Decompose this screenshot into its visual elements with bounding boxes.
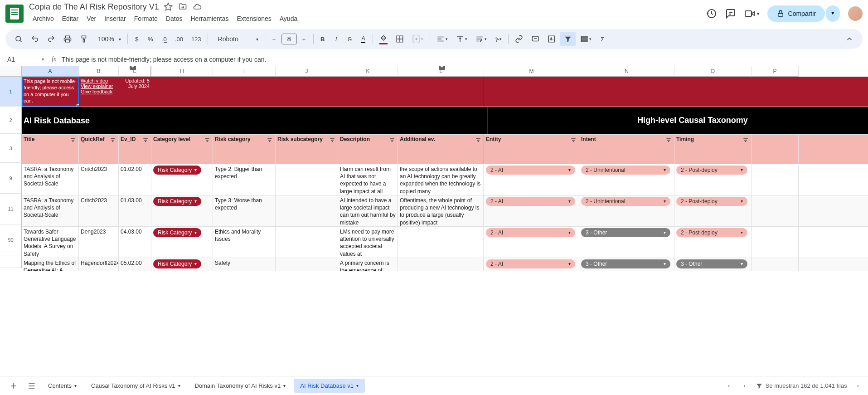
column-header-I[interactable]: I: [213, 66, 276, 77]
font-select[interactable]: Roboto▾: [211, 32, 262, 46]
value-chip[interactable]: 3 - Other: [676, 259, 747, 268]
value-chip[interactable]: 2 - AI: [486, 197, 575, 206]
table-cell[interactable]: TASRA: a Taxonomy and Analysis of Societ…: [22, 164, 79, 195]
name-box-dropdown[interactable]: ▾: [42, 57, 44, 62]
value-chip[interactable]: 2 - AI: [486, 228, 575, 237]
number-format[interactable]: 123: [188, 32, 205, 46]
add-sheet-icon[interactable]: [5, 378, 22, 394]
table-cell[interactable]: Hagendorff2024: [79, 258, 119, 271]
table-cell[interactable]: 04.03.00: [119, 227, 151, 258]
table-header[interactable]: Risk category: [213, 135, 276, 164]
column-filter-icon[interactable]: [267, 137, 273, 143]
value-chip[interactable]: 2 - Post-deploy: [676, 166, 747, 175]
column-filter-icon[interactable]: [70, 137, 76, 143]
table-cell[interactable]: 3 - Other: [674, 258, 752, 271]
row-header[interactable]: 1: [0, 77, 22, 107]
table-header[interactable]: Description: [338, 135, 398, 164]
menu-archivo[interactable]: Archivo: [29, 13, 58, 24]
table-cell[interactable]: 2 - Post-deploy: [674, 227, 752, 258]
value-chip[interactable]: 2 - Unintentional: [581, 197, 670, 206]
cloud-status-icon[interactable]: [193, 2, 202, 11]
row-header[interactable]: 9: [0, 163, 22, 194]
document-title[interactable]: Copia de The AI Risk Repository V1: [29, 2, 159, 12]
increase-decimal-icon[interactable]: .00: [171, 32, 187, 46]
filter-views-icon[interactable]: ▾: [577, 32, 595, 46]
decrease-decimal-icon[interactable]: .0̲: [158, 32, 170, 46]
search-icon[interactable]: [11, 32, 26, 46]
taxonomy-title[interactable]: High-level Causal Taxonomy: [583, 107, 802, 134]
table-cell[interactable]: 2 - Post-deploy: [674, 195, 752, 226]
italic-icon[interactable]: I: [330, 32, 343, 46]
filter-icon[interactable]: [560, 32, 576, 46]
table-cell[interactable]: the scope of actions available to an AI …: [398, 164, 484, 195]
menu-extensiones[interactable]: Extensiones: [233, 13, 275, 24]
row-header[interactable]: 3: [0, 134, 22, 163]
row-header[interactable]: 2: [0, 107, 22, 134]
expand-columns-icon-2[interactable]: +: [439, 66, 445, 70]
table-cell[interactable]: [276, 258, 338, 271]
row-header[interactable]: 90: [0, 224, 22, 255]
table-header[interactable]: Title: [22, 135, 79, 164]
rotate-icon[interactable]: A▾: [491, 32, 506, 46]
table-header[interactable]: Additional ev.: [398, 135, 484, 164]
table-cell[interactable]: [398, 258, 484, 271]
fill-color-icon[interactable]: [376, 32, 391, 46]
table-cell[interactable]: 01.03.00: [119, 195, 151, 226]
sheet-tab[interactable]: Causal Taxonomy of AI Risks v1▾: [85, 379, 186, 393]
table-header[interactable]: QuickRef: [79, 135, 119, 164]
move-folder-icon[interactable]: [178, 2, 187, 11]
value-chip[interactable]: 2 - Post-deploy: [676, 228, 747, 237]
table-header[interactable]: Intent: [579, 135, 674, 164]
wrap-icon[interactable]: ▾: [472, 32, 490, 46]
table-header[interactable]: Risk subcategory: [276, 135, 338, 164]
row-header[interactable]: 11: [0, 194, 22, 224]
category-pill[interactable]: Risk Category: [153, 197, 201, 206]
table-cell[interactable]: [752, 258, 799, 271]
table-cell[interactable]: 3 - Other: [579, 258, 674, 271]
menu-editar[interactable]: Editar: [58, 13, 82, 24]
font-size-input[interactable]: [281, 34, 297, 44]
watch-video-link[interactable]: Watch video: [81, 78, 117, 83]
sheet-tab[interactable]: Contents▾: [42, 379, 83, 393]
category-pill[interactable]: Risk Category: [153, 259, 201, 268]
table-cell[interactable]: Risk Category: [151, 195, 213, 226]
menu-datos[interactable]: Datos: [162, 13, 186, 24]
cell-C1[interactable]: Updated: 5 July 2024: [119, 77, 151, 107]
table-cell[interactable]: TASRA: a Taxonomy and Analysis of Societ…: [22, 195, 79, 226]
column-header-P[interactable]: P: [752, 66, 799, 77]
table-cell[interactable]: 2 - AI: [484, 227, 579, 258]
column-filter-icon[interactable]: [142, 137, 149, 143]
star-icon[interactable]: [164, 2, 173, 11]
value-chip[interactable]: 3 - Other: [581, 228, 670, 237]
table-cell[interactable]: [752, 164, 799, 195]
strikethrough-icon[interactable]: S: [344, 32, 356, 46]
cell-B1[interactable]: Watch video View explainer Give feedback: [79, 77, 119, 107]
column-header-A[interactable]: A: [22, 66, 79, 77]
table-cell[interactable]: 2 - Unintentional: [579, 164, 674, 195]
menu-ver[interactable]: Ver: [83, 13, 100, 24]
sheet-tab[interactable]: AI Risk Database v1▾: [294, 379, 365, 393]
zoom-select[interactable]: 100%▾: [92, 32, 125, 46]
column-header-H[interactable]: H: [151, 66, 213, 77]
table-cell[interactable]: Risk Category: [151, 258, 213, 271]
value-chip[interactable]: 2 - AI: [486, 166, 575, 175]
table-header[interactable]: Timing: [674, 135, 752, 164]
table-cell[interactable]: Mapping the Ethics of Generative AI: A: [22, 258, 79, 271]
increase-font-icon[interactable]: +: [298, 32, 310, 46]
table-cell[interactable]: Type 3: Worse than expected: [213, 195, 276, 226]
currency-icon[interactable]: $: [131, 32, 143, 46]
table-cell[interactable]: Critch2023: [79, 164, 119, 195]
share-dropdown[interactable]: ▾: [826, 5, 840, 22]
borders-icon[interactable]: [392, 32, 407, 46]
link-icon[interactable]: [511, 32, 527, 46]
formula-input[interactable]: This page is not mobile-friendly; please…: [62, 56, 863, 63]
collapse-toolbar-icon[interactable]: [842, 32, 857, 46]
comments-icon[interactable]: [725, 8, 736, 19]
sheets-logo[interactable]: [5, 5, 24, 23]
table-header[interactable]: Ev_ID: [119, 135, 151, 164]
column-header-J[interactable]: J: [276, 66, 338, 77]
column-filter-icon[interactable]: [570, 137, 577, 143]
column-filter-icon[interactable]: [665, 137, 672, 143]
column-filter-icon[interactable]: [329, 137, 335, 143]
table-cell[interactable]: 05.02.00: [119, 258, 151, 271]
